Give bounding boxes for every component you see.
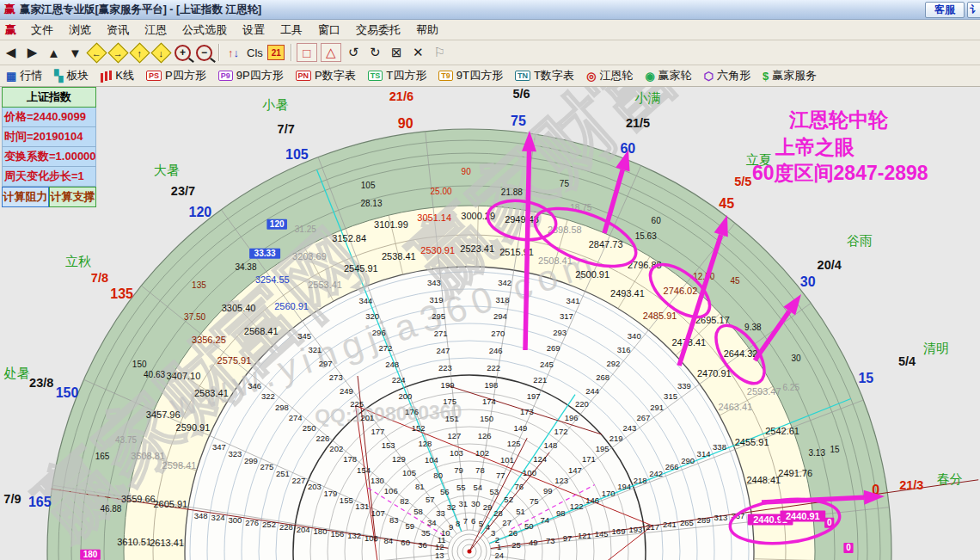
nav-forward-icon[interactable]: ▶ [21, 42, 43, 63]
svg-text:344: 344 [359, 296, 373, 305]
menu-item-6[interactable]: 工具 [273, 22, 310, 39]
menu-item-1[interactable]: 浏览 [61, 22, 99, 39]
p-square-label: P四方形 [165, 68, 206, 83]
svg-text:78: 78 [475, 465, 485, 475]
svg-text:224: 224 [392, 375, 406, 385]
svg-text:73: 73 [546, 536, 555, 545]
svg-text:155: 155 [340, 495, 353, 505]
svg-text:248: 248 [385, 360, 399, 369]
rotate-cw-icon[interactable]: ↻ [364, 42, 386, 63]
menu-item-3[interactable]: 江恩 [137, 22, 175, 39]
view-t-number-table[interactable]: TNT数字表 [509, 68, 580, 83]
center-cross-icon[interactable]: ✕ [407, 42, 429, 63]
svg-text:3559.66: 3559.66 [121, 494, 156, 504]
svg-text:2568.41: 2568.41 [244, 326, 279, 336]
zoom-in-icon[interactable]: + [172, 42, 193, 63]
svg-text:75: 75 [530, 496, 539, 506]
svg-text:5/6: 5/6 [512, 87, 530, 101]
svg-text:2613.41: 2613.41 [150, 538, 184, 548]
svg-text:147: 147 [568, 465, 582, 475]
svg-text:97: 97 [563, 533, 573, 543]
partial-button[interactable]: 讠 [967, 2, 980, 18]
view-quotes[interactable]: ▦行情 [0, 68, 48, 83]
pan-up-icon[interactable]: ↑ [129, 42, 150, 63]
pan-left-icon[interactable]: ← [86, 42, 107, 63]
square-tool-icon[interactable]: □ [297, 43, 317, 62]
svg-text:323: 323 [229, 449, 242, 458]
customer-service-button[interactable]: 客服 [925, 2, 965, 18]
svg-text:156: 156 [330, 529, 344, 538]
calc-support-button[interactable]: 计算支撑 [49, 187, 96, 207]
calendar-icon[interactable]: 21 [266, 42, 287, 63]
svg-text:321: 321 [308, 345, 322, 354]
view-p-number-table[interactable]: PNP数字表 [290, 68, 362, 83]
menu-item-5[interactable]: 设置 [235, 22, 273, 39]
triangle-down-icon[interactable]: ▼ [64, 42, 86, 63]
svg-text:33: 33 [436, 508, 445, 518]
svg-text:173: 173 [520, 407, 534, 416]
box-x-icon[interactable]: ⊠ [386, 42, 407, 63]
svg-text:291: 291 [650, 403, 664, 412]
svg-text:267: 267 [636, 413, 650, 422]
view-sectors[interactable]: ▚板块 [48, 68, 95, 83]
svg-text:154: 154 [357, 465, 371, 475]
view-9p-square[interactable]: P99P四方形 [212, 68, 290, 83]
view-winner-wheel[interactable]: ◉赢家轮 [639, 68, 697, 83]
view-gann-wheel[interactable]: ◎江恩轮 [580, 68, 639, 83]
svg-text:15: 15 [830, 445, 840, 454]
svg-text:90: 90 [462, 167, 472, 176]
svg-text:小暑: 小暑 [261, 97, 288, 112]
nav-back-icon[interactable]: ◀ [0, 42, 21, 63]
view-t-square[interactable]: TST四方形 [362, 68, 432, 83]
triangle-tool-icon[interactable]: △ [321, 43, 341, 62]
calc-resistance-button[interactable]: 计算阻力 [2, 187, 49, 207]
menu-item-9[interactable]: 帮助 [408, 22, 446, 39]
pan-right-icon[interactable]: → [107, 42, 129, 63]
view-winner-service[interactable]: $赢家服务 [756, 68, 823, 83]
svg-text:273: 273 [329, 372, 343, 382]
svg-text:200: 200 [398, 391, 412, 401]
svg-text:2593.47: 2593.47 [747, 386, 781, 397]
svg-text:204: 204 [297, 525, 310, 534]
rotate-ccw-icon[interactable]: ↺ [343, 42, 364, 63]
flag-icon[interactable]: ⚐ [429, 42, 450, 63]
menu-item-0[interactable]: 文件 [23, 22, 61, 39]
view-p-square[interactable]: PSP四方形 [140, 68, 212, 83]
pan-down-icon[interactable]: ↓ [150, 42, 172, 63]
p-number-table-label: P数字表 [315, 68, 356, 83]
svg-text:2553.41: 2553.41 [308, 280, 342, 290]
menu-item-7[interactable]: 窗口 [310, 22, 348, 39]
t-number-table-icon: TN [515, 71, 530, 81]
menu-item-2[interactable]: 资讯 [99, 22, 137, 39]
svg-text:149: 149 [513, 423, 527, 433]
svg-text:226: 226 [315, 434, 329, 443]
svg-text:197: 197 [527, 391, 541, 401]
svg-text:150: 150 [480, 414, 493, 423]
view-hexagon[interactable]: ⬡六角形 [698, 68, 756, 83]
menu-item-8[interactable]: 交易委托 [348, 22, 408, 39]
svg-text:21.88: 21.88 [501, 188, 523, 197]
view-9t-square[interactable]: T99T四方形 [432, 68, 509, 83]
svg-text:2530.91: 2530.91 [420, 245, 455, 255]
svg-text:25.00: 25.00 [431, 187, 452, 196]
svg-text:2545.91: 2545.91 [344, 263, 378, 274]
svg-text:30: 30 [471, 499, 481, 508]
svg-text:2847.73: 2847.73 [589, 239, 623, 249]
svg-text:316: 316 [617, 345, 631, 354]
zoom-out-icon[interactable]: − [193, 42, 215, 63]
menu-bar: 赢 文件浏览资讯江恩公式选股设置工具窗口交易委托帮助 [0, 20, 980, 40]
svg-text:56: 56 [440, 487, 450, 496]
svg-text:28: 28 [493, 508, 503, 518]
view-kline[interactable]: K线 [95, 68, 140, 83]
triangle-up-icon[interactable]: ▲ [43, 42, 64, 63]
cls-button[interactable]: Cls [244, 46, 266, 59]
svg-text:105: 105 [402, 468, 416, 477]
svg-text:345: 345 [297, 331, 311, 341]
svg-text:292: 292 [606, 359, 620, 368]
svg-text:269: 269 [547, 343, 560, 353]
updown-arrows-icon[interactable]: ↑↓ [223, 42, 244, 63]
toolbar-separator [218, 44, 219, 61]
menu-item-4[interactable]: 公式选股 [175, 22, 235, 39]
svg-text:274: 274 [289, 413, 303, 422]
window-title: 赢家江恩专业版[赢家服务平台] - [上证指数 江恩轮] [20, 3, 261, 17]
